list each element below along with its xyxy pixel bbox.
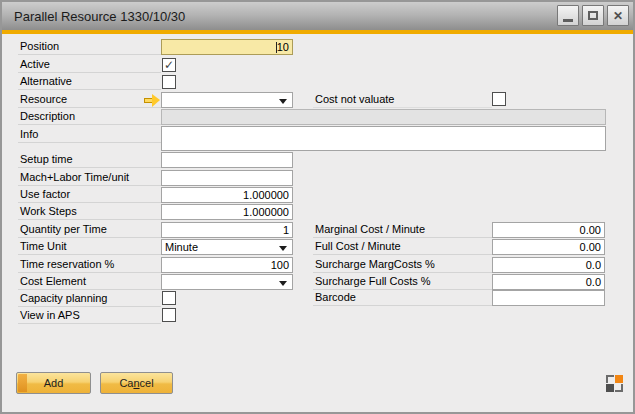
quantity-per-time-label: Quantity per Time: [18, 222, 161, 238]
close-button[interactable]: ✕: [607, 5, 629, 26]
view-in-aps-label: View in APS: [18, 308, 161, 324]
capacity-planning-label: Capacity planning: [18, 291, 161, 307]
default-button-indicator: [18, 374, 27, 392]
resource-dropdown[interactable]: [161, 92, 293, 108]
description-input: [161, 109, 606, 125]
alternative-checkbox[interactable]: ✓: [162, 75, 176, 89]
full-cost-value: 0.00: [580, 241, 601, 253]
maximize-button[interactable]: [582, 5, 604, 26]
time-reservation-input[interactable]: 100: [161, 257, 293, 273]
full-cost-label: Full Cost / Minute: [313, 239, 492, 255]
barcode-label: Barcode: [313, 290, 492, 306]
marginal-cost-input[interactable]: 0.00: [492, 222, 605, 238]
cancel-button[interactable]: Cancel: [100, 372, 173, 394]
maximize-icon: [588, 11, 598, 20]
time-reservation-label: Time reservation %: [18, 257, 161, 273]
corner-bracket-top-left: [606, 375, 614, 383]
minimize-button[interactable]: [557, 5, 579, 26]
use-factor-value: 1.000000: [243, 189, 289, 201]
form-widget-icon[interactable]: [606, 375, 623, 392]
time-unit-value: Minute: [165, 241, 198, 253]
cost-not-valuate-label: Cost not valuate: [313, 92, 492, 108]
cost-element-dropdown[interactable]: [161, 274, 293, 290]
cost-not-valuate-checkbox[interactable]: ✓: [492, 92, 506, 106]
cancel-label-pre: Ca: [119, 377, 133, 389]
surcharge-margcosts-input[interactable]: 0.0: [492, 257, 605, 273]
add-button[interactable]: Add: [16, 372, 91, 394]
close-icon: ✕: [613, 10, 623, 22]
work-steps-input[interactable]: 1.000000: [161, 204, 293, 220]
position-label: Position: [18, 39, 161, 55]
position-value: 10: [277, 41, 289, 53]
add-button-label: Add: [44, 377, 64, 389]
quantity-per-time-input[interactable]: 1: [161, 222, 293, 238]
window-titlebar[interactable]: Parallel Resource 1330/10/30: [2, 2, 633, 30]
mach-labor-input[interactable]: [161, 170, 293, 186]
gray-square: [606, 384, 614, 392]
setup-time-label: Setup time: [18, 152, 161, 168]
resource-label: Resource: [18, 92, 161, 108]
cost-element-label: Cost Element: [18, 274, 161, 290]
active-checkbox[interactable]: ✓: [162, 58, 176, 72]
surcharge-full-costs-input[interactable]: 0.0: [492, 274, 605, 290]
active-label: Active: [18, 57, 161, 73]
minimize-icon: [563, 19, 573, 22]
dropdown-arrow-icon: [279, 246, 287, 251]
time-unit-label: Time Unit: [18, 239, 161, 255]
cancel-label-post: cel: [140, 377, 154, 389]
surcharge-full-costs-label: Surcharge Full Costs %: [313, 274, 492, 290]
full-cost-input[interactable]: 0.00: [492, 239, 605, 255]
time-reservation-value: 100: [271, 259, 289, 271]
parallel-resource-window: Parallel Resource 1330/10/30 ✕ Position …: [0, 0, 635, 414]
view-in-aps-checkbox[interactable]: ✓: [162, 308, 176, 322]
surcharge-margcosts-value: 0.0: [586, 259, 601, 271]
use-factor-label: Use factor: [18, 187, 161, 203]
use-factor-input[interactable]: 1.000000: [161, 187, 293, 203]
capacity-planning-checkbox[interactable]: ✓: [162, 291, 176, 305]
alternative-label: Alternative: [18, 74, 161, 90]
titlebar-accent-bar: [2, 30, 633, 34]
dropdown-arrow-icon: [279, 281, 287, 286]
info-label: Info: [18, 127, 161, 143]
orange-square: [615, 375, 623, 383]
mach-labor-label: Mach+Labor Time/unit: [18, 170, 161, 186]
link-arrow-icon[interactable]: [143, 94, 160, 107]
description-label: Description: [18, 109, 161, 125]
checkmark-icon: ✓: [164, 59, 175, 71]
window-controls: ✕: [557, 5, 629, 26]
work-steps-value: 1.000000: [243, 206, 289, 218]
time-unit-dropdown[interactable]: Minute: [161, 239, 293, 255]
marginal-cost-label: Marginal Cost / Minute: [313, 222, 492, 238]
work-steps-label: Work Steps: [18, 204, 161, 220]
window-title: Parallel Resource 1330/10/30: [14, 9, 185, 24]
position-input[interactable]: 10: [161, 39, 293, 55]
dropdown-arrow-icon: [279, 99, 287, 104]
info-input[interactable]: [161, 126, 606, 151]
setup-time-input[interactable]: [161, 152, 293, 168]
barcode-input[interactable]: [492, 290, 605, 306]
corner-bracket-bottom-right: [615, 384, 623, 392]
marginal-cost-value: 0.00: [580, 224, 601, 236]
quantity-per-time-value: 1: [283, 224, 289, 236]
surcharge-full-costs-value: 0.0: [586, 276, 601, 288]
surcharge-margcosts-label: Surcharge MargCosts %: [313, 257, 492, 273]
